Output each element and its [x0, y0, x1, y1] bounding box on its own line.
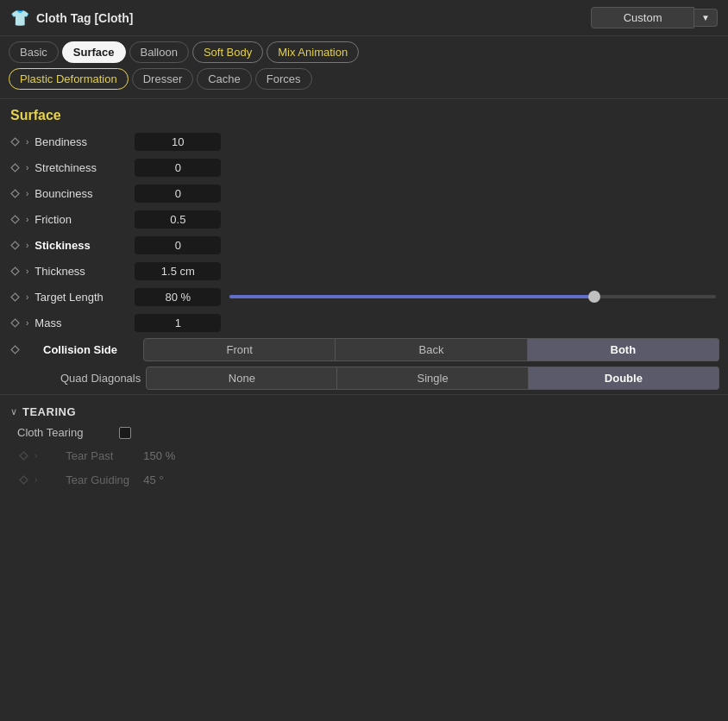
custom-dropdown[interactable]: Custom	[591, 7, 694, 28]
collision-side-group: Front Back Both	[143, 338, 719, 361]
tab-cache[interactable]: Cache	[197, 68, 252, 90]
svg-marker-2	[11, 190, 19, 197]
label-friction: Friction	[35, 213, 129, 226]
tab-surface[interactable]: Surface	[62, 41, 126, 63]
label-target-length: Target Length	[35, 291, 129, 304]
cloth-tearing-row: Cloth Tearing	[9, 422, 719, 443]
tearing-collapse-arrow[interactable]: ∨	[10, 406, 17, 417]
input-target-length[interactable]	[135, 288, 221, 306]
expand-arrow-tear-past: ›	[35, 451, 37, 461]
label-mass: Mass	[35, 317, 129, 329]
section-title: Surface	[0, 101, 728, 129]
expand-arrow-target-length[interactable]: ›	[26, 292, 28, 302]
label-bendiness: Bendiness	[35, 135, 129, 148]
label-bounciness: Bounciness	[35, 187, 129, 200]
input-stretchiness[interactable]	[135, 159, 221, 177]
property-row-stretchiness: › Stretchiness	[0, 154, 728, 180]
value-tear-past: 150 %	[143, 449, 175, 462]
tabs-row2: Plastic Deformation Dresser Cache Forces	[0, 66, 728, 97]
diamond-icon-mass	[9, 317, 21, 329]
cloth-tearing-checkbox[interactable]	[119, 427, 131, 439]
expand-arrow-stickiness[interactable]: ›	[26, 241, 28, 250]
property-row-tear-past: › Tear Past 150 %	[9, 443, 719, 467]
dropdown-arrow-button[interactable]: ▼	[694, 9, 718, 27]
tabs-row1: Basic Surface Balloon Soft Body Mix Anim…	[0, 36, 728, 66]
quad-double-button[interactable]: Double	[529, 367, 719, 390]
property-row-friction: › Friction	[0, 206, 728, 232]
svg-marker-6	[11, 293, 19, 301]
tab-mix-animation[interactable]: Mix Animation	[267, 41, 359, 63]
svg-marker-9	[20, 452, 28, 460]
tab-soft-body[interactable]: Soft Body	[192, 41, 263, 63]
expand-arrow-thickness[interactable]: ›	[26, 266, 28, 276]
input-friction[interactable]	[135, 210, 221, 229]
quad-diagonals-group: None Single Double	[146, 367, 719, 390]
input-thickness[interactable]	[135, 262, 221, 280]
property-row-bendiness: › Bendiness	[0, 129, 728, 154]
label-thickness: Thickness	[35, 265, 129, 278]
window-title: Cloth Tag [Cloth]	[36, 11, 134, 25]
svg-marker-10	[20, 476, 28, 484]
property-row-target-length: › Target Length	[0, 284, 728, 310]
tearing-title: TEARING	[22, 405, 76, 418]
diamond-icon-bounciness	[9, 187, 21, 199]
svg-marker-3	[11, 216, 19, 223]
quad-none-button[interactable]: None	[146, 367, 337, 390]
input-bendiness[interactable]	[135, 133, 221, 151]
expand-arrow-friction[interactable]: ›	[26, 215, 28, 224]
svg-marker-1	[11, 164, 19, 172]
quad-single-button[interactable]: Single	[337, 367, 528, 390]
slider-thumb[interactable]	[588, 291, 600, 303]
tearing-header: ∨ TEARING	[9, 402, 719, 422]
diamond-icon-friction	[9, 213, 21, 225]
tab-balloon[interactable]: Balloon	[129, 41, 189, 63]
property-row-mass: › Mass	[0, 310, 728, 335]
expand-arrow-stretchiness[interactable]: ›	[26, 163, 28, 172]
header-left: 👕 Cloth Tag [Cloth]	[10, 9, 134, 28]
input-bounciness[interactable]	[135, 185, 221, 203]
property-row-quad-diagonals: Quad Diagonals None Single Double	[0, 364, 728, 392]
label-collision-side: Collision Side	[43, 343, 138, 356]
header: 👕 Cloth Tag [Cloth] Custom ▼	[0, 0, 728, 36]
collision-front-button[interactable]: Front	[143, 338, 336, 361]
diamond-icon-bendiness	[9, 135, 21, 147]
diamond-icon-tear-guiding	[17, 473, 29, 486]
input-mass[interactable]	[135, 314, 221, 332]
expand-arrow-bendiness[interactable]: ›	[26, 137, 28, 147]
value-tear-guiding: 45 °	[143, 473, 163, 486]
svg-marker-8	[11, 346, 19, 354]
expand-arrow-mass[interactable]: ›	[26, 318, 28, 328]
property-row-thickness: › Thickness	[0, 258, 728, 284]
diamond-icon-thickness	[9, 265, 21, 277]
svg-marker-7	[11, 319, 19, 327]
diamond-icon-tear-past	[17, 449, 29, 461]
slider-track	[229, 295, 716, 298]
property-row-bounciness: › Bounciness	[0, 180, 728, 206]
property-row-stickiness: › Stickiness	[0, 232, 728, 258]
diamond-icon-target-length	[9, 291, 21, 303]
cloth-tearing-label: Cloth Tearing	[17, 426, 112, 439]
tab-plastic-deformation[interactable]: Plastic Deformation	[9, 68, 129, 90]
tearing-section: ∨ TEARING Cloth Tearing › Tear Past 150 …	[0, 397, 728, 495]
tab-forces[interactable]: Forces	[255, 68, 312, 90]
label-tear-past: Tear Past	[43, 449, 138, 462]
shirt-icon: 👕	[10, 9, 29, 28]
label-stickiness: Stickiness	[35, 239, 129, 252]
property-row-collision-side: Collision Side Front Back Both	[0, 335, 728, 364]
slider-target-length[interactable]	[226, 295, 719, 298]
property-row-tear-guiding: › Tear Guiding 45 °	[9, 467, 719, 492]
expand-arrow-bounciness[interactable]: ›	[26, 189, 28, 198]
svg-marker-0	[11, 138, 19, 146]
tab-basic[interactable]: Basic	[9, 41, 59, 63]
slider-fill	[229, 295, 594, 298]
divider-top	[0, 98, 728, 99]
diamond-icon-collision-side	[9, 344, 21, 356]
divider-tearing	[0, 394, 728, 395]
svg-marker-4	[11, 241, 19, 249]
tab-dresser[interactable]: Dresser	[132, 68, 194, 90]
label-stretchiness: Stretchiness	[35, 161, 129, 174]
expand-arrow-tear-guiding: ›	[35, 475, 37, 485]
collision-both-button[interactable]: Both	[528, 338, 719, 361]
input-stickiness[interactable]	[135, 236, 221, 254]
collision-back-button[interactable]: Back	[336, 338, 527, 361]
